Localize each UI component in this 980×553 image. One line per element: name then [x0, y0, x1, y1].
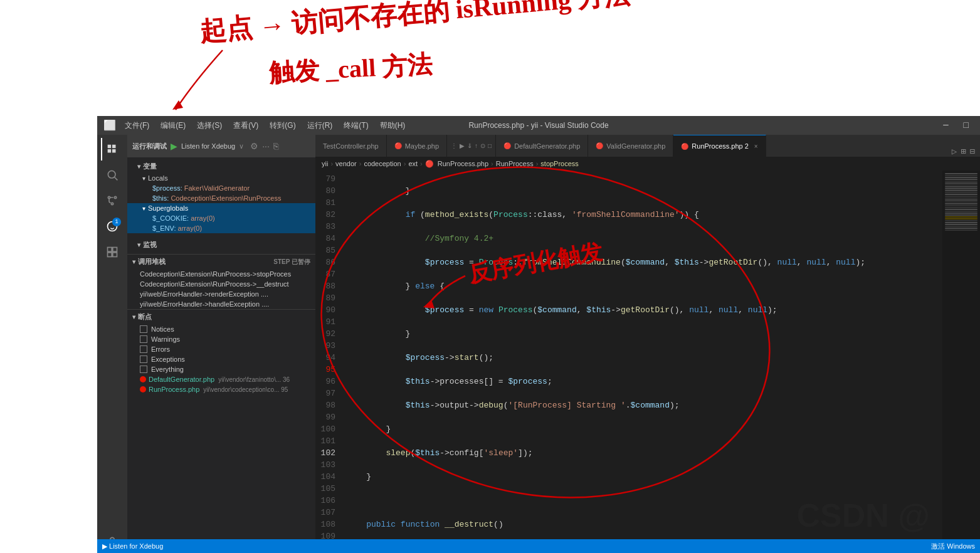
locals-group: Locals $process: Faker\ValidGenerator $t…: [127, 173, 315, 203]
menu-view[interactable]: 查看(V): [228, 118, 263, 133]
menu-help[interactable]: 帮助(H): [375, 118, 411, 133]
bp-file-1[interactable]: RunProcess.php yii\vendor\codeception\co…: [127, 384, 315, 394]
var-cookie[interactable]: $_COOKIE: array(0): [127, 213, 315, 223]
tab-tabsep1: ⋮ ▶ ⇓ ↑ ⊙ □: [447, 135, 496, 157]
status-debug: ▶ Listen for Xdebug: [102, 542, 163, 550]
bc-class[interactable]: RunProcess: [496, 160, 534, 167]
bc-codeception[interactable]: codeception: [364, 160, 401, 167]
code-line-79: }: [347, 185, 936, 197]
tab-testcontroller-label: TestController.php: [323, 142, 379, 150]
activity-search[interactable]: [101, 164, 124, 186]
bp-everything-checkbox[interactable]: [140, 366, 147, 373]
menu-goto[interactable]: 转到(G): [265, 118, 300, 133]
ln-91: 91: [315, 316, 340, 328]
ln-88: 88: [315, 280, 340, 292]
activity-extensions[interactable]: [101, 241, 124, 263]
svg-point-8: [108, 196, 110, 198]
code-line-82: $process = Process::fromShellCommandline…: [347, 256, 936, 268]
split-editor-icon[interactable]: ▷: [952, 146, 957, 157]
bp-warnings[interactable]: Warnings: [127, 334, 315, 344]
bc-method[interactable]: stopProcess: [540, 160, 579, 167]
ln-80: 80: [315, 185, 340, 197]
menu-bar[interactable]: 文件(F) 编辑(E) 选择(S) 查看(V) 转到(G) 运行(R) 终端(T…: [120, 118, 410, 133]
title-bar-left: ⬜ 文件(F) 编辑(E) 选择(S) 查看(V) 转到(G) 运行(R) 终端…: [103, 118, 410, 133]
ln-89: 89: [315, 292, 340, 304]
code-line-90: sleep($this->config['sleep']);: [347, 447, 936, 459]
svg-text:起点 →  访问不存在的 isRunning 方法: 起点 → 访问不存在的 isRunning 方法: [198, 0, 632, 46]
menu-run[interactable]: 运行(R): [302, 118, 338, 133]
tab-maybe[interactable]: 🔴 Maybe.php: [387, 135, 447, 157]
variables-header[interactable]: 变量: [127, 160, 315, 173]
variables-section: 变量 Locals $process: Faker\ValidGenerator…: [127, 157, 315, 236]
run-dropdown-arrow[interactable]: ∨: [239, 142, 244, 150]
bc-yii[interactable]: yii: [322, 160, 328, 167]
ln-106: 106: [315, 495, 340, 507]
run-play-icon[interactable]: ▶: [171, 141, 177, 151]
bp-file-0[interactable]: DefaultGenerator.php yii\vendor\fzaninot…: [127, 374, 315, 384]
bp-exceptions[interactable]: Exceptions: [127, 354, 315, 364]
activity-debug[interactable]: 1: [101, 215, 124, 238]
bp-errors-checkbox[interactable]: [140, 345, 147, 353]
breakpoints-section: 断点 Notices Warnings Errors: [127, 309, 315, 394]
more-editor-icon[interactable]: ⊞: [961, 146, 966, 157]
copy-icon[interactable]: ⎘: [273, 141, 278, 151]
watch-header[interactable]: 监视: [127, 238, 315, 251]
bp-everything[interactable]: Everything: [127, 364, 315, 374]
ln-104: 104: [315, 471, 340, 483]
var-process[interactable]: $process: Faker\ValidGenerator: [127, 183, 315, 193]
gear-icon[interactable]: ⚙: [250, 141, 258, 151]
ln-92: 92: [315, 328, 340, 340]
var-env[interactable]: $_ENV: array(0): [127, 223, 315, 233]
menu-select[interactable]: 选择(S): [192, 118, 227, 133]
bp-notices[interactable]: Notices: [127, 324, 315, 334]
tab-validgenerator[interactable]: 🔴 ValidGenerator.php: [588, 135, 673, 157]
bc-ext[interactable]: ext: [408, 160, 418, 167]
menu-file[interactable]: 文件(F): [120, 118, 154, 133]
bp-warnings-checkbox[interactable]: [140, 335, 147, 343]
ln-82: 82: [315, 209, 340, 221]
tab-valgen-label: ValidGenerator.php: [606, 142, 665, 150]
superglobals-header[interactable]: Superglobals: [127, 203, 315, 213]
minimize-button[interactable]: ─: [938, 119, 953, 132]
activity-explorer[interactable]: [101, 138, 124, 161]
menu-terminal[interactable]: 终端(T): [339, 118, 373, 133]
ln-99: 99: [315, 411, 340, 423]
tab-runproc-close[interactable]: ×: [754, 143, 758, 150]
callstack-item-1[interactable]: Codeception\Extension\RunProcess->__dest…: [127, 279, 315, 289]
code-line-91: }: [347, 471, 936, 483]
callstack-header[interactable]: 调用堆栈 STEP 已暂停: [127, 255, 315, 269]
minimap: [942, 171, 980, 553]
svg-point-10: [111, 203, 113, 204]
callstack-item-0[interactable]: Codeception\Extension\RunProcess->stopPr…: [127, 269, 315, 279]
bc-file-icon: 🔴: [425, 160, 434, 168]
svg-point-6: [108, 171, 115, 178]
bp-notices-label: Notices: [151, 325, 174, 333]
menu-edit[interactable]: 编辑(E): [155, 118, 191, 133]
code-line-83: } else {: [347, 280, 936, 292]
svg-rect-12: [108, 248, 112, 252]
callstack-item-2[interactable]: yii\web\ErrorHandler->renderException ..…: [127, 289, 315, 299]
locals-header[interactable]: Locals: [127, 173, 315, 183]
activity-source-control[interactable]: [101, 189, 124, 212]
run-config-label: Listen for Xdebug: [181, 142, 235, 150]
svg-text:触发 _call 方法: 触发 _call 方法: [268, 50, 433, 87]
code-content[interactable]: } if (method_exists(Process::class, 'fro…: [347, 171, 942, 553]
bp-exceptions-checkbox[interactable]: [140, 356, 147, 363]
collapse-icon[interactable]: ⊟: [970, 146, 975, 157]
sidebar-scroll[interactable]: 变量 Locals $process: Faker\ValidGenerator…: [127, 157, 315, 553]
window-controls[interactable]: ─ □: [938, 119, 974, 132]
var-this[interactable]: $this: Codeception\Extension\RunProcess: [127, 193, 315, 203]
bp-notices-checkbox[interactable]: [140, 325, 147, 333]
tab-testcontroller[interactable]: TestController.php: [315, 135, 387, 157]
more-icon[interactable]: ···: [262, 141, 270, 151]
tab-defaultgenerator[interactable]: 🔴 DefaultGenerator.php: [496, 135, 588, 157]
restore-button[interactable]: □: [959, 119, 974, 132]
bp-errors[interactable]: Errors: [127, 344, 315, 354]
code-line-87: $this->processes[] = $process;: [347, 376, 936, 387]
callstack-item-3[interactable]: yii\web\ErrorHandler->handleException ..…: [127, 299, 315, 309]
bp-exceptions-label: Exceptions: [151, 356, 185, 363]
breakpoints-header[interactable]: 断点: [127, 310, 315, 324]
tab-runprocess[interactable]: 🔴 RunProcess.php 2 ×: [673, 135, 766, 157]
bc-runprocess[interactable]: RunProcess.php: [438, 160, 488, 167]
bc-vendor[interactable]: vendor: [335, 160, 357, 167]
